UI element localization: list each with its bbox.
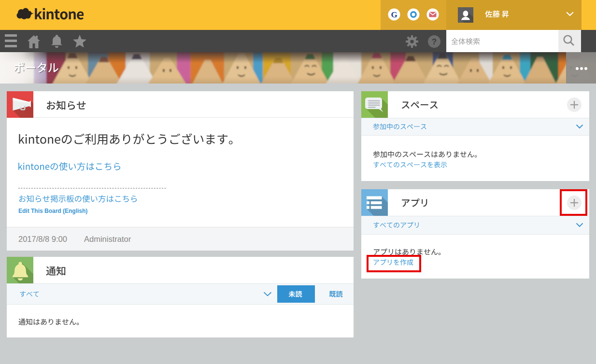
svg-text:?: ? [432,37,437,46]
svg-text:G: G [391,10,397,19]
